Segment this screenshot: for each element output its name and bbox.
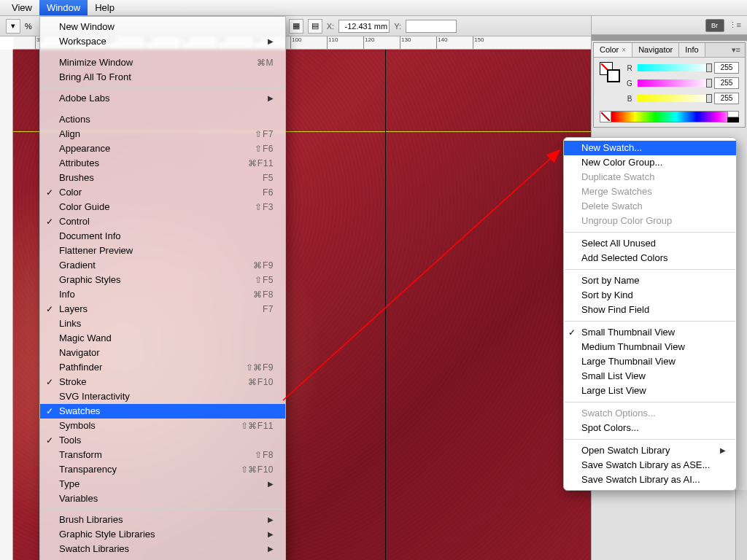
y-input[interactable] (406, 20, 457, 33)
x-input[interactable] (338, 20, 390, 33)
dropdown-indicator-icon[interactable]: ▾ (6, 19, 20, 34)
toolbar-button[interactable]: ▦ (289, 19, 303, 34)
window-menu-item-gradient[interactable]: Gradient⌘F9 (40, 258, 285, 273)
window-menu-item-pathfinder[interactable]: Pathfinder⇧⌘F9 (40, 360, 285, 375)
window-menu-item-navigator[interactable]: Navigator (40, 346, 285, 360)
window-menu-item-stroke[interactable]: ✓Stroke⌘F10 (40, 375, 285, 389)
swatches-flyout-item-small-list-view[interactable]: Small List View (564, 369, 736, 384)
guide-vertical[interactable] (385, 50, 386, 560)
menu-item-label: Workspace (59, 35, 107, 48)
slider-track[interactable] (638, 64, 710, 71)
menu-item-label: New Swatch... (581, 141, 642, 155)
swatches-flyout-item-add-selected-colors[interactable]: Add Selected Colors (564, 251, 736, 265)
menu-window[interactable]: Window (39, 0, 88, 15)
fill-stroke-control[interactable] (600, 62, 620, 82)
menu-item-label: Swatches (59, 405, 100, 418)
window-menu-item-layers[interactable]: ✓LayersF7 (40, 302, 285, 316)
slider-thumb[interactable] (706, 94, 712, 103)
channel-value[interactable]: 255 (714, 93, 739, 104)
menu-item-label: Links (59, 317, 81, 330)
menu-item-label: Sort by Name (581, 274, 639, 287)
swatches-flyout-item-save-swatch-library-as-ai[interactable]: Save Swatch Library as AI... (564, 472, 736, 487)
window-menu-item-brush-libraries[interactable]: Brush Libraries▶ (40, 513, 285, 527)
swatches-flyout-item-ungroup-color-group: Ungroup Color Group (564, 214, 736, 228)
window-menu-item-minimize-window[interactable]: Minimize Window⌘M (40, 55, 285, 70)
tab-color[interactable]: Color× (594, 43, 632, 57)
window-menu-item-symbols[interactable]: Symbols⇧⌘F11 (40, 419, 285, 433)
swatches-flyout-item-new-color-group[interactable]: New Color Group... (564, 155, 736, 170)
close-icon[interactable]: × (622, 46, 626, 54)
swatches-flyout-item-save-swatch-library-as-ase[interactable]: Save Swatch Library as ASE... (564, 458, 736, 472)
channel-value[interactable]: 255 (714, 77, 739, 89)
window-menu-item-actions[interactable]: Actions (40, 112, 285, 127)
swatches-flyout-item-open-swatch-library[interactable]: Open Swatch Library▶ (564, 443, 736, 458)
bridge-icon[interactable]: Br (705, 19, 724, 32)
window-menu-item-appearance[interactable]: Appearance⇧F6 (40, 141, 285, 156)
color-slider-r: R255 (626, 62, 739, 74)
swatches-flyout-item-show-find-field[interactable]: Show Find Field (564, 303, 736, 317)
window-menu-item-swatches[interactable]: ✓Swatches (40, 404, 285, 419)
window-menu-item-variables[interactable]: Variables (40, 491, 285, 506)
window-menu-item-control[interactable]: ✓Control (40, 214, 285, 229)
window-menu-item-align[interactable]: Align⇧F7 (40, 127, 285, 141)
bw-swatch[interactable] (727, 111, 739, 122)
window-menu-item-magic-wand[interactable]: Magic Wand (40, 331, 285, 346)
panel-menu-icon[interactable]: ▾≡ (727, 43, 745, 57)
ruler-vertical (0, 50, 13, 560)
window-menu-item-adobe-labs[interactable]: Adobe Labs▶ (40, 91, 285, 106)
slider-thumb[interactable] (706, 63, 712, 72)
window-menu-item-document-info[interactable]: Document Info (40, 229, 285, 244)
window-menu-item-svg-interactivity[interactable]: SVG Interactivity (40, 389, 285, 404)
menu-item-label: Symbols (59, 419, 96, 432)
window-menu-item-symbol-libraries[interactable]: Symbol Libraries▶ (40, 556, 285, 560)
window-menu-item-tools[interactable]: ✓Tools (40, 433, 285, 448)
window-menu-item-bring-all-to-front[interactable]: Bring All To Front (40, 70, 285, 85)
window-menu-item-color-guide[interactable]: Color Guide⇧F3 (40, 200, 285, 214)
window-menu-item-info[interactable]: Info⌘F8 (40, 287, 285, 302)
window-menu-item-brushes[interactable]: BrushesF5 (40, 171, 285, 185)
tab-navigator[interactable]: Navigator (632, 43, 679, 57)
window-menu-item-color[interactable]: ✓ColorF6 (40, 185, 285, 200)
window-menu-item-type[interactable]: Type▶ (40, 477, 285, 491)
window-menu-item-new-window[interactable]: New Window (40, 20, 285, 34)
window-menu-item-links[interactable]: Links (40, 316, 285, 331)
swatches-flyout-item-small-thumbnail-view[interactable]: ✓Small Thumbnail View (564, 325, 736, 340)
swatches-flyout-item-select-all-unused[interactable]: Select All Unused (564, 236, 736, 251)
menu-shortcut: ⇧F8 (255, 448, 274, 462)
window-menu-item-attributes[interactable]: Attributes⌘F11 (40, 156, 285, 171)
swatches-flyout-item-sort-by-kind[interactable]: Sort by Kind (564, 288, 736, 303)
menu-item-label: Large Thumbnail View (581, 355, 676, 368)
window-menu-item-flattener-preview[interactable]: Flattener Preview (40, 244, 285, 258)
window-menu-item-graphic-style-libraries[interactable]: Graphic Style Libraries▶ (40, 527, 285, 542)
window-menu-item-graphic-styles[interactable]: Graphic Styles⇧F5 (40, 273, 285, 287)
swatches-flyout-item-medium-thumbnail-view[interactable]: Medium Thumbnail View (564, 340, 736, 354)
window-menu: New WindowWorkspace▶Minimize Window⌘MBri… (39, 16, 286, 560)
color-spectrum[interactable] (600, 111, 739, 122)
dock-menu-icon[interactable]: ⋮≡ (729, 20, 741, 30)
menu-item-label: Ungroup Color Group (581, 214, 672, 228)
toolbar-button[interactable]: ▤ (308, 19, 322, 34)
swatches-flyout-item-large-thumbnail-view[interactable]: Large Thumbnail View (564, 354, 736, 369)
menu-separator (565, 269, 735, 270)
menu-item-label: Variables (59, 492, 98, 505)
window-menu-item-swatch-libraries[interactable]: Swatch Libraries▶ (40, 542, 285, 556)
swatches-flyout-item-sort-by-name[interactable]: Sort by Name (564, 273, 736, 288)
slider-thumb[interactable] (706, 79, 712, 88)
window-menu-item-transform[interactable]: Transform⇧F8 (40, 448, 285, 462)
none-swatch-icon[interactable] (600, 111, 611, 122)
menu-item-label: Duplicate Swatch (581, 171, 654, 184)
swatches-flyout-item-new-swatch[interactable]: New Swatch... (564, 141, 736, 155)
channel-value[interactable]: 255 (714, 62, 739, 74)
swatches-flyout-item-large-list-view[interactable]: Large List View (564, 384, 736, 398)
window-menu-item-transparency[interactable]: Transparency⇧⌘F10 (40, 462, 285, 477)
collapsed-panel-handle[interactable] (735, 490, 747, 560)
menu-help[interactable]: Help (88, 0, 122, 15)
swatches-flyout-item-spot-colors[interactable]: Spot Colors... (564, 421, 736, 435)
window-menu-item-workspace[interactable]: Workspace▶ (40, 34, 285, 49)
tab-info[interactable]: Info (679, 43, 705, 57)
slider-track[interactable] (638, 95, 710, 102)
menu-view[interactable]: View (4, 0, 39, 15)
ruler-tick: 110 (327, 36, 338, 49)
slider-track[interactable] (638, 79, 710, 87)
menu-item-label: Document Info (59, 230, 121, 243)
